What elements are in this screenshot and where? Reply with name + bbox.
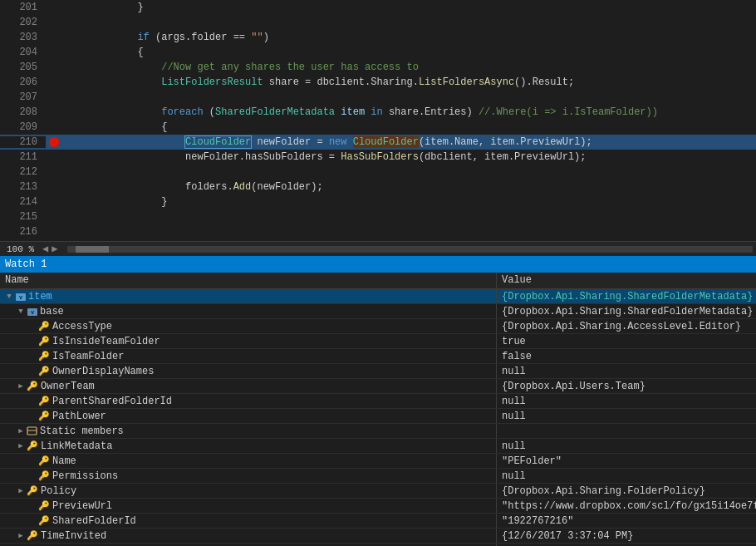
watch-linkmetadata-value: null (497, 440, 756, 452)
watch-isteamfolder-value: false (497, 351, 756, 362)
watch-row-pathlower[interactable]: ▶ 🔑 PathLower null (0, 409, 756, 424)
watch-name-name-text: Name (52, 455, 76, 467)
prop-icon-isinsideteamfolder: 🔑 (38, 336, 50, 347)
line-num-206: 206 (0, 76, 46, 88)
var-icon-item: v (15, 291, 27, 303)
prop-icon-previewurl: 🔑 (38, 500, 50, 511)
prop-icon-ownerteam: 🔑 (27, 381, 38, 391)
watch-ownerteam-value: {Dropbox.Api.Users.Team} (497, 381, 756, 392)
watch-name-item: ▼ v item (0, 289, 497, 303)
prop-icon-parentsharedfolderid: 🔑 (38, 396, 50, 406)
watch-base-value: {Dropbox.Api.Sharing.SharedFolderMetadat… (497, 306, 756, 317)
prop-icon-isteamfolder: 🔑 (38, 351, 50, 362)
watch-row-item[interactable]: ▼ v item {Dropbox.Api.Sharing.SharedFold… (0, 289, 756, 304)
expand-icon-staticmembers1[interactable]: ▶ (15, 426, 27, 435)
watch-row-base[interactable]: ▼ v base {Dropbox.Api.Sharing.SharedFold… (0, 304, 756, 319)
var-icon-base: v (27, 306, 38, 317)
line-num-212: 212 (0, 166, 46, 178)
watch-row-name[interactable]: ▶ 🔑 Name "PEFolder" (0, 454, 756, 469)
scroll-arrows[interactable]: ◀ ▶ (41, 243, 59, 255)
watch-table-header: Name Value (0, 273, 756, 289)
watch-pathlower-value: null (497, 411, 756, 422)
line-num-207: 207 (0, 91, 46, 103)
watch-accesstype-name: AccessType (52, 321, 112, 332)
line-content-204: { (62, 47, 756, 58)
watch-name-pathlower: ▶ 🔑 PathLower (0, 409, 497, 423)
code-line-215: 215 (0, 209, 756, 224)
line-content-209: { (62, 121, 756, 133)
watch-name-policy: ▶ 🔑 Policy (0, 484, 497, 498)
watch-row-isteamfolder[interactable]: ▶ 🔑 IsTeamFolder false (0, 349, 756, 364)
watch-parentsharedfolderid-name: ParentSharedFolderId (52, 396, 172, 407)
line-num-203: 203 (0, 32, 46, 43)
prop-icon-linkmetadata: 🔑 (27, 440, 38, 451)
line-content-201: } (62, 2, 756, 13)
watch-row-parentsharedfolderid[interactable]: ▶ 🔑 ParentSharedFolderId null (0, 394, 756, 409)
watch-row-accesstype[interactable]: ▶ 🔑 AccessType {Dropbox.Api.Sharing.Acce… (0, 319, 756, 334)
line-content-206: ListFoldersResult share = dbclient.Shari… (62, 76, 756, 88)
watch-sharedfolderid-value: "1922767216" (497, 515, 756, 527)
line-content-215 (62, 211, 756, 223)
code-line-212: 212 (0, 165, 756, 180)
watch-item-value: {Dropbox.Api.Sharing.SharedFolderMetadat… (497, 291, 756, 303)
watch-permissions-name: Permissions (52, 470, 118, 482)
breakpoint-icon (49, 137, 59, 147)
watch-row-ownerteam[interactable]: ▶ 🔑 OwnerTeam {Dropbox.Api.Users.Team} (0, 379, 756, 394)
line-content-211: newFolder.hasSubFolders = HasSubFolders(… (62, 151, 756, 163)
collapse-icon-base[interactable]: ▼ (15, 307, 27, 316)
watch-row-ownerdisplaynames[interactable]: ▶ 🔑 OwnerDisplayNames null (0, 364, 756, 379)
line-num-201: 201 (0, 2, 46, 13)
line-num-204: 204 (0, 47, 46, 58)
expand-icon-ownerteam[interactable]: ▶ (15, 381, 27, 391)
expand-icon-policy[interactable]: ▶ (15, 486, 27, 495)
watch-name-isteamfolder: ▶ 🔑 IsTeamFolder (0, 349, 497, 363)
line-content-207 (62, 91, 756, 103)
watch-timeinvited-name: TimeInvited (41, 530, 106, 542)
watch-row-previewurl[interactable]: ▶ 🔑 PreviewUrl "https://www.dropbox.com/… (0, 499, 756, 514)
watch-permissions-value: null (497, 470, 756, 482)
code-line-213: 213 folders.Add(newFolder); (0, 180, 756, 194)
scroll-left-button[interactable]: ◀ (41, 243, 50, 255)
code-line-208: 208 foreach (SharedFolderMetadata item i… (0, 105, 756, 120)
watch-name-name: ▶ 🔑 Name (0, 454, 497, 468)
expand-icon-timeinvited[interactable]: ▶ (15, 531, 27, 540)
watch-linkmetadata-name: LinkMetadata (41, 440, 112, 452)
watch-row-policy[interactable]: ▶ 🔑 Policy {Dropbox.Api.Sharing.FolderPo… (0, 484, 756, 499)
line-num-216: 216 (0, 226, 46, 238)
watch-accesstype-value: {Dropbox.Api.Sharing.AccessLevel.Editor} (497, 321, 756, 332)
code-line-201: 201 } (0, 0, 756, 15)
line-num-209: 209 (0, 121, 46, 133)
code-line-205: 205 //Now get any shares the user has ac… (0, 60, 756, 75)
line-num-214: 214 (0, 196, 46, 208)
scrollbar-thumb[interactable] (76, 246, 109, 253)
watch-isinsideteamfolder-name: IsInsideTeamFolder (52, 336, 160, 347)
watch-row-permissions[interactable]: ▶ 🔑 Permissions null (0, 469, 756, 484)
line-content-216 (62, 226, 756, 238)
prop-icon-pathlower: 🔑 (38, 411, 50, 421)
watch-row-linkmetadata[interactable]: ▶ 🔑 LinkMetadata null (0, 439, 756, 454)
collapse-icon-item[interactable]: ▼ (3, 293, 15, 301)
line-content-205: //Now get any shares the user has access… (62, 61, 756, 73)
line-content-203: if (args.folder == "") (62, 32, 756, 43)
watch-row-isinsideteamfolder[interactable]: ▶ 🔑 IsInsideTeamFolder true (0, 334, 756, 349)
scrollbar-area[interactable]: 100 % ◀ ▶ (0, 241, 756, 256)
horizontal-scrollbar[interactable] (67, 246, 753, 253)
watch-name-value: "PEFolder" (497, 455, 756, 467)
watch-row-timeinvited[interactable]: ▶ 🔑 TimeInvited {12/6/2017 3:37:04 PM} (0, 529, 756, 544)
watch-header-value: Value (497, 273, 756, 288)
line-num-211: 211 (0, 151, 46, 163)
scroll-right-button[interactable]: ▶ (50, 243, 59, 255)
watch-ownerdisplaynames-value: null (497, 366, 756, 377)
watch-row-sharedfolderid[interactable]: ▶ 🔑 SharedFolderId "1922767216" (0, 514, 756, 529)
code-line-206: 206 ListFoldersResult share = dbclient.S… (0, 75, 756, 90)
line-num-202: 202 (0, 17, 46, 28)
watch-name-sharedfolderid: ▶ 🔑 SharedFolderId (0, 514, 497, 528)
expand-icon-linkmetadata[interactable]: ▶ (15, 441, 27, 450)
code-line-204: 204 { (0, 45, 756, 60)
watch-timeinvited-value: {12/6/2017 3:37:04 PM} (497, 530, 756, 542)
watch-isteamfolder-name: IsTeamFolder (52, 351, 124, 362)
static-icon-1 (27, 425, 37, 436)
code-line-210: 210 CloudFolder newFolder = new CloudFol… (0, 135, 756, 150)
prop-icon-ownerdisplaynames: 🔑 (38, 366, 50, 376)
watch-row-staticmembers1[interactable]: ▶ Static members (0, 424, 756, 439)
